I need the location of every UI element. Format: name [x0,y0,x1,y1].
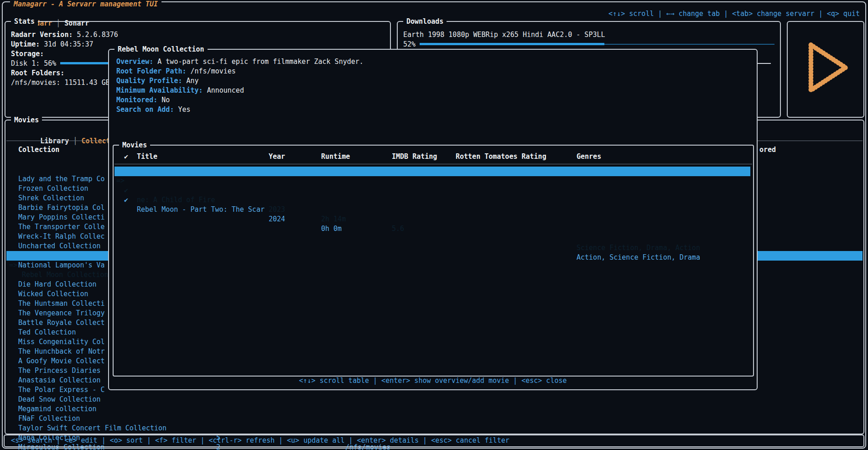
popup-title: Rebel Moon Collection [114,45,208,54]
root-folders-label: Root Folders: [11,69,64,77]
movie-title: Rebel Moon - Part Two: The Scar [137,205,265,215]
monitored-line: Monitored:No [116,95,364,105]
uptime-value: 31d 04:35:37 [44,40,93,48]
movie-genres: Science Fiction, Drama, Action [577,243,700,253]
footer-bar: <s> search | <e> edit | <o> sort | <f> f… [4,434,864,447]
monitored-label: Monitored: [116,96,157,104]
collection-column-header: Collection [18,145,59,155]
managarr-play-logo-icon [792,33,859,102]
header-genres: Genres [577,152,601,162]
download-item-name: Earth 1998 1080p WEBRip x265 Hindi AAC2.… [403,31,605,39]
movie-imdb-rating: 5.6 [392,224,404,234]
monitored-header-fragment: ored [759,145,776,155]
collection-row[interactable]: => Nana Collection 2 /nfs/movies Any Yes [6,414,863,424]
monitored-value: No [161,96,170,104]
radarr-version-value: 5.2.6.8376 [77,31,118,39]
radarr-version-label: Radarr Version: [11,31,73,39]
movie-row[interactable]: => ✔ ne: A Child of Fire 2023 2h 14m 5.6… [114,167,750,176]
header-separator-line [114,164,752,164]
movie-row[interactable]: => ✔ Rebel Moon - Part Two: The Scar 202… [114,176,750,186]
collection-movies-table: Movies ✔ Title Year Runtime IMDB Rating … [113,145,754,377]
download-item-title: Earth 1998 1080p WEBRip x265 Hindi AAC2.… [403,30,774,40]
download-percent-label: 52% [403,40,416,49]
root-folder-value: /nfs/movies: 11511.43 GB [11,78,110,87]
overview-value: A two-part sci-fi epic from filmmaker Za… [157,58,364,66]
root-folder-path-label: Root Folder Path: [116,67,187,75]
movie-monitored-check-icon: ✔ [124,195,128,205]
storage-label: Storage: [11,50,44,58]
collection-movies-table-title: Movies [119,141,150,150]
movie-genres: Action, Science Fiction, Drama [577,253,700,262]
popup-fields: Overview:A two-part sci-fi epic from fil… [116,57,364,115]
search-on-add-line: Search on Add:Yes [116,105,364,115]
movie-runtime: 2h 14m [321,215,346,224]
overview-label: Overview: [116,58,153,66]
quality-profile-label: Quality Profile: [116,77,182,85]
header-runtime: Runtime [321,152,350,162]
collection-row[interactable]: => Miraculous Collection 2 /nfs/movies A… [6,424,863,433]
download-progress-line: 52% [403,40,774,49]
header-monitored-check: ✔ [124,152,128,162]
search-on-add-label: Search on Add: [116,105,174,114]
root-folder-path-line: Root Folder Path:/nfs/movies [116,67,364,76]
download-progress-gauge [420,40,774,49]
root-folder-path-value: /nfs/movies [191,67,236,75]
stats-panel-title: Stats [11,17,38,26]
header-year: Year [269,152,285,162]
collection-row[interactable]: => FNaF Collection [6,395,863,404]
collection-movies-rows: => ✔ ne: A Child of Fire 2023 2h 14m 5.6… [114,167,750,186]
collection-row[interactable]: => Taylor Swift Concert Film Collection … [6,404,863,414]
movies-tab-divider: │ [73,137,77,145]
quality-profile-line: Quality Profile:Any [116,76,364,86]
header-rotten-tomatoes-rating: Rotten Tomatoes Rating [456,152,546,162]
overview-line: Overview:A two-part sci-fi epic from fil… [116,57,364,67]
movie-year: 2023 [269,205,285,215]
movies-panel-title: Movies [11,115,42,125]
app-title: Managarr - A Servarr management TUI [10,0,161,8]
managarr-screen: Managarr - A Servarr management TUI Rada… [0,0,868,450]
minimum-availability-label: Minimum Availability: [116,86,203,94]
header-title: Title [137,152,157,162]
popup-keybinding-hints: <↑↓> scroll table | <enter> show overvie… [109,376,757,386]
movie-runtime: 0h 0m [321,224,342,234]
logo-panel [787,21,864,118]
minimum-availability-value: Announced [207,86,244,94]
uptime-label: Uptime: [11,40,40,48]
radarr-version-line: Radarr Version:5.2.6.8376 [11,30,385,40]
movie-year: 2024 [269,215,285,224]
downloads-panel-title: Downloads [403,17,447,26]
keybinding-hints-bottom: <s> search | <e> edit | <o> sort | <f> f… [11,436,509,445]
quality-profile-value: Any [187,77,199,85]
collection-details-popup: Rebel Moon Collection Overview:A two-par… [108,49,758,390]
keybinding-hints-top: <↑↓> scroll | ←→ change tab | <tab> chan… [608,9,860,19]
minimum-availability-line: Minimum Availability:Announced [116,86,364,95]
disk-usage-label: Disk 1: 56% [11,59,56,68]
search-on-add-value: Yes [178,105,190,114]
tab-library[interactable]: Library [40,137,69,145]
header-imdb-rating: IMDB Rating [392,152,437,162]
